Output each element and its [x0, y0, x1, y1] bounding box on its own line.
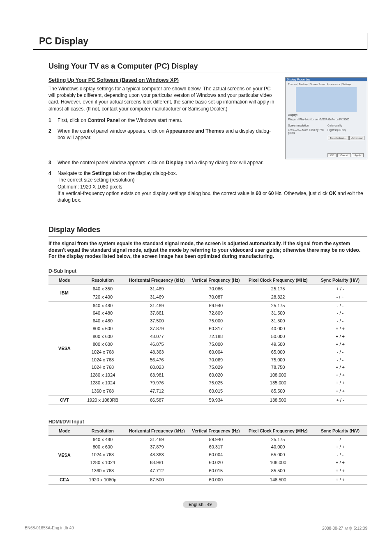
display-properties-thumbnail: Display Properties Themes | Desktop | Sc… — [285, 77, 367, 159]
table-row: 1280 x 102463.98160.020108.000+ / + — [48, 371, 367, 379]
table-row: CVT1920 x 1080RB66.58759.934138.500+ / - — [48, 395, 367, 405]
dsub-table: Mode Resolution Horizontal Frequency (kH… — [48, 275, 367, 405]
dialog-preview — [296, 87, 357, 112]
using-subheading: Setting Up Your PC Software (Based on Wi… — [48, 77, 278, 83]
table-row: 800 x 60048.07772.18850.000+ / + — [48, 333, 367, 340]
step-4: 4 Navigate to the Settings tab on the di… — [48, 170, 367, 203]
using-heading: Using Your TV as a Computer (PC) Display — [48, 62, 367, 73]
lang-page-pill: English - 49 — [183, 501, 217, 508]
mode-cell: VESA — [48, 435, 81, 475]
table-row: 800 x 60046.87575.00049.500+ / + — [48, 340, 367, 348]
print-timestamp: 2008-08-27 오후 5:12:09 — [322, 526, 367, 531]
table-row: 1024 x 76856.47670.06975.000- / - — [48, 356, 367, 364]
table-row: 1024 x 76848.36360.00465.000- / - — [48, 451, 367, 459]
hdmi-caption: HDMI/DVI Input — [48, 419, 367, 426]
table-row: 1280 x 102479.97675.025135.000+ / + — [48, 379, 367, 387]
table-row: 640 x 48037.50075.00031.500- / - — [48, 317, 367, 325]
title-box: PC Display — [33, 33, 367, 50]
mode-cell: IBM — [48, 285, 81, 301]
using-intro: The Windows display-settings for a typic… — [48, 85, 278, 112]
dialog-display-label: Display: — [288, 113, 364, 116]
page-title: PC Display — [39, 36, 361, 47]
step-3: 3 When the control panel window appears,… — [48, 159, 367, 166]
doc-ref: BN68-01653A-Eng.indb 49 — [25, 526, 74, 531]
footer: English - 49 — [33, 501, 367, 508]
table-row: 1360 x 76847.71260.01585.500+ / + — [48, 387, 367, 395]
display-modes-intro: If the signal from the system equals the… — [48, 241, 367, 260]
table-row: IBM640 x 35031.46970.08625.175+ / - — [48, 285, 367, 292]
table-row: 1024 x 76860.02375.02978.750+ / + — [48, 363, 367, 371]
print-meta: BN68-01653A-Eng.indb 49 2008-08-27 오후 5:… — [25, 526, 367, 531]
setup-steps: 1 First, click on Control Panel on the W… — [48, 117, 278, 141]
table-row: 720 x 40031.46970.08728.322- / + — [48, 293, 367, 301]
dialog-titlebar: Display Properties — [286, 78, 367, 81]
table-row: 1360 x 76847.71260.01585.500+ / + — [48, 467, 367, 475]
table-row: 800 x 60037.87960.31740.000+ / + — [48, 325, 367, 333]
dsub-caption: D-Sub Input — [48, 268, 367, 275]
step-2: 2 When the control panel window appears,… — [48, 128, 278, 141]
page: PC Display Using Your TV as a Computer (… — [0, 0, 392, 538]
table-row: VESA640 x 48031.46959.94025.175- / - — [48, 301, 367, 309]
mode-cell: CEA — [48, 475, 81, 484]
table-row: 1024 x 76848.36360.00465.000- / - — [48, 348, 367, 356]
step-1: 1 First, click on Control Panel on the W… — [48, 117, 278, 124]
table-row: CEA1920 x 1080p67.50060.000148.500+ / + — [48, 475, 367, 484]
table-row: VESA640 x 48031.46959.94025.175- / - — [48, 435, 367, 443]
dialog-display-text: Plug and Play Monitor on NVIDIA GeForce … — [288, 118, 364, 121]
setup-steps-cont: 3 When the control panel window appears,… — [48, 159, 367, 203]
mode-cell: CVT — [48, 395, 81, 405]
dialog-tabs: Themes | Desktop | Screen Saver | Appear… — [288, 83, 364, 85]
table-row: 800 x 60037.87960.31740.000+ / + — [48, 443, 367, 451]
table-row: 1280 x 102463.98160.020108.000+ / + — [48, 459, 367, 467]
mode-cell: VESA — [48, 301, 81, 395]
table-row: 640 x 48037.86172.80931.500- / - — [48, 309, 367, 317]
display-modes-heading: Display Modes — [48, 225, 367, 237]
hdmi-table: Mode Resolution Horizontal Frequency (kH… — [48, 426, 367, 485]
